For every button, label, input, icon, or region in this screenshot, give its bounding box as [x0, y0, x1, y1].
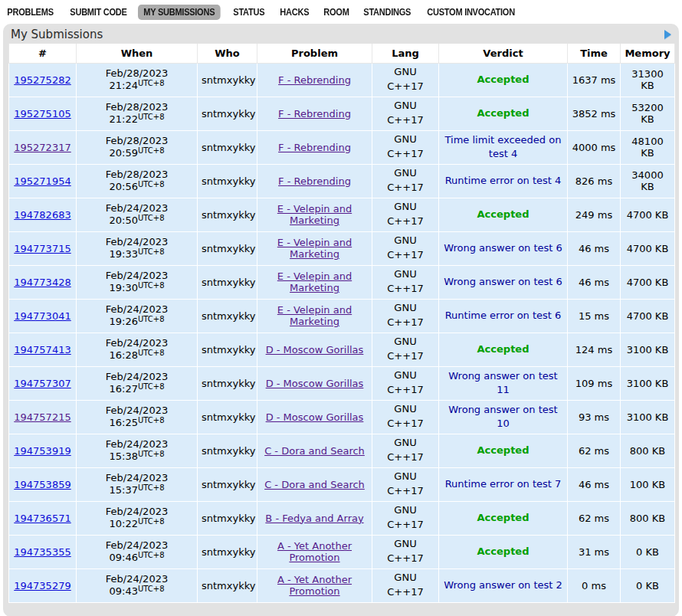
problem-cell: F - Rebrending	[257, 164, 372, 198]
nav-item[interactable]: STATUS	[228, 5, 271, 20]
verdict-label[interactable]: Accepted	[477, 107, 530, 119]
time-cell: 0 ms	[568, 568, 621, 602]
nav-item[interactable]: CUSTOM INVOCATION	[421, 5, 520, 20]
submission-id-cell: 195271954	[9, 164, 77, 198]
problem-link[interactable]: E - Velepin and Marketing	[261, 304, 368, 327]
col-header-memory: Memory	[621, 44, 675, 63]
verdict-label[interactable]: Time limit exceeded on test 4	[445, 134, 562, 159]
submission-id-link[interactable]: 195271954	[14, 175, 70, 187]
problem-link[interactable]: E - Velepin and Marketing	[261, 270, 368, 293]
play-arrow-icon[interactable]	[664, 30, 671, 39]
verdict-cell: Wrong answer on test 11	[439, 366, 568, 400]
verdict-label[interactable]: Wrong answer on test 6	[444, 276, 562, 287]
nav-item[interactable]: PROBLEMS	[2, 5, 59, 20]
verdict-label[interactable]: Accepted	[477, 546, 530, 557]
verdict-label[interactable]: Wrong answer on test 10	[448, 404, 557, 429]
verdict-label[interactable]: Wrong answer on test 2	[444, 579, 562, 591]
submission-id-cell: 194757307	[9, 366, 77, 400]
problem-link[interactable]: D - Moscow Gorillas	[266, 344, 364, 356]
submission-row: 194736571 Feb/24/2023 10:22UTC+8 sntmxyk…	[9, 501, 675, 535]
submission-id-link[interactable]: 195275282	[14, 74, 70, 86]
verdict-cell: Runtime error on test 7	[439, 467, 568, 501]
submission-id-link[interactable]: 194757215	[14, 411, 70, 423]
submission-row: 194773428 Feb/24/2023 19:30UTC+8 sntmxyk…	[9, 265, 675, 299]
problem-link[interactable]: E - Velepin and Marketing	[261, 237, 368, 260]
timezone-label: UTC+8	[138, 416, 165, 424]
problem-link[interactable]: F - Rebrending	[278, 74, 351, 86]
problem-link[interactable]: C - Dora and Search	[264, 479, 365, 490]
when-cell: Feb/24/2023 16:25UTC+8	[77, 400, 198, 434]
submission-date: Feb/24/2023	[80, 472, 193, 485]
submission-id-link[interactable]: 194782683	[14, 209, 70, 221]
verdict-label[interactable]: Wrong answer on test 6	[444, 242, 562, 254]
problem-link[interactable]: B - Fedya and Array	[265, 513, 363, 524]
who-cell: sntmxykky	[198, 265, 257, 299]
memory-cell: 48100 KB	[621, 130, 675, 164]
nav-item[interactable]: MY SUBMISSIONS	[138, 5, 221, 20]
time-cell: 15 ms	[568, 299, 621, 333]
memory-cell: 4700 KB	[621, 198, 675, 231]
submission-id-link[interactable]: 195275105	[14, 108, 70, 120]
verdict-label[interactable]: Runtime error on test 7	[445, 478, 562, 490]
panel-caption: My Submissions	[3, 24, 679, 44]
submission-id-cell: 194736571	[9, 501, 77, 535]
verdict-label[interactable]: Accepted	[477, 208, 530, 220]
timezone-label: UTC+8	[138, 517, 165, 526]
problem-link[interactable]: C - Dora and Search	[264, 445, 365, 457]
col-header-lang: Lang	[372, 44, 439, 63]
submission-id-link[interactable]: 194735355	[14, 546, 70, 558]
timezone-label: UTC+8	[138, 551, 165, 559]
submission-time: 15:38	[109, 451, 137, 462]
nav-item[interactable]: HACKS	[274, 5, 315, 20]
nav-item[interactable]: STANDINGS	[358, 5, 416, 20]
col-header-when: When	[77, 44, 198, 63]
submission-id-link[interactable]: 194753859	[14, 479, 70, 490]
submission-id-link[interactable]: 194757307	[14, 378, 70, 389]
submission-row: 194757413 Feb/24/2023 16:28UTC+8 sntmxyk…	[9, 333, 675, 366]
lang-label: GNU C++17	[387, 369, 424, 398]
verdict-label[interactable]: Accepted	[477, 512, 530, 523]
submission-id-link[interactable]: 194773041	[14, 310, 70, 322]
when-cell: Feb/24/2023 15:37UTC+8	[77, 467, 198, 501]
col-header-who: Who	[198, 44, 257, 63]
submission-time: 10:22	[109, 518, 137, 529]
problem-link[interactable]: F - Rebrending	[278, 142, 351, 153]
problem-link[interactable]: F - Rebrending	[278, 175, 351, 187]
submission-id-link[interactable]: 194773715	[14, 243, 70, 254]
submission-row: 194735279 Feb/24/2023 09:43UTC+8 sntmxyk…	[9, 568, 675, 602]
when-cell: Feb/28/2023 20:59UTC+8	[77, 130, 198, 164]
verdict-label[interactable]: Runtime error on test 4	[445, 175, 562, 186]
when-cell: Feb/24/2023 19:26UTC+8	[77, 299, 198, 333]
verdict-label[interactable]: Runtime error on test 6	[445, 310, 562, 321]
who-cell: sntmxykky	[198, 568, 257, 602]
submission-id-link[interactable]: 194753919	[14, 445, 70, 457]
when-cell: Feb/28/2023 21:24UTC+8	[77, 63, 198, 97]
problem-cell: B - Fedya and Array	[257, 501, 372, 535]
problem-link[interactable]: D - Moscow Gorillas	[266, 411, 364, 423]
lang-label: GNU C++17	[387, 436, 424, 465]
when-cell: Feb/24/2023 16:27UTC+8	[77, 366, 198, 400]
problem-link[interactable]: E - Velepin and Marketing	[261, 203, 368, 226]
verdict-label[interactable]: Wrong answer on test 11	[448, 370, 557, 395]
verdict-label[interactable]: Accepted	[477, 444, 530, 456]
submission-time: 20:50	[109, 215, 137, 226]
problem-link[interactable]: F - Rebrending	[278, 108, 351, 120]
problem-link[interactable]: A - Yet Another Promotion	[261, 574, 368, 597]
verdict-cell: Accepted	[439, 501, 568, 535]
nav-item[interactable]: ROOM	[318, 5, 355, 20]
submission-date: Feb/28/2023	[80, 135, 193, 148]
submission-row: 195271954 Feb/28/2023 20:56UTC+8 sntmxyk…	[9, 164, 675, 198]
nav-item[interactable]: SUBMIT CODE	[64, 5, 133, 20]
time-cell: 62 ms	[568, 501, 621, 535]
submission-id-link[interactable]: 194757413	[14, 344, 70, 356]
problem-link[interactable]: A - Yet Another Promotion	[261, 540, 368, 563]
submission-id-link[interactable]: 194773428	[14, 277, 70, 288]
submission-id-link[interactable]: 194735279	[14, 580, 70, 591]
problem-link[interactable]: D - Moscow Gorillas	[266, 378, 364, 389]
submission-id-link[interactable]: 194736571	[14, 513, 70, 524]
verdict-label[interactable]: Accepted	[477, 74, 530, 85]
memory-cell: 800 KB	[621, 501, 675, 535]
verdict-label[interactable]: Accepted	[477, 343, 530, 355]
my-submissions-panel: My Submissions # When Who Problem Lang V…	[3, 24, 679, 616]
submission-id-link[interactable]: 195272317	[14, 142, 70, 153]
